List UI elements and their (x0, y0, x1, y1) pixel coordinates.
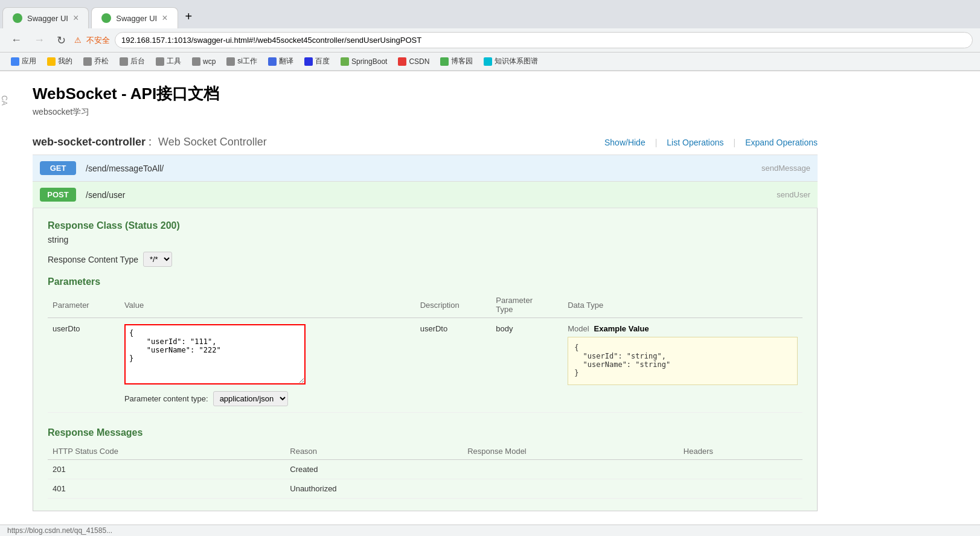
bookmark-tools[interactable]: 工具 (152, 55, 185, 68)
address-input[interactable] (115, 32, 973, 48)
separator-1: | (655, 138, 658, 147)
get-operation-row[interactable]: GET /send/messageToAll/ sendMessage (33, 155, 818, 182)
security-warning-text: 不安全 (86, 35, 110, 46)
api-section: web-socket-controller : Web Socket Contr… (33, 130, 818, 511)
model-401 (463, 479, 679, 499)
model-201 (463, 460, 679, 479)
browser-chrome: Swagger UI × Swagger UI × + ← → ↻ ⚠ 不安全 … (0, 0, 980, 71)
bookmark-cnblogs[interactable]: 博客园 (437, 55, 476, 68)
response-content-type-select[interactable]: */* (143, 252, 172, 267)
bookmark-knowledge-icon (484, 57, 492, 66)
bookmark-apps-icon (11, 57, 19, 66)
col-headers: Headers (679, 443, 802, 460)
param-type-cell: body (491, 318, 563, 413)
response-content-type-row: Response Content Type */* (48, 252, 802, 267)
model-tab[interactable]: Model (568, 324, 589, 333)
tab-bar: Swagger UI × Swagger UI × + (0, 0, 980, 28)
bookmark-translate[interactable]: 翻译 (264, 55, 297, 68)
bookmark-springboot-icon (341, 57, 349, 66)
params-table-header-row: Parameter Value Description ParameterTyp… (48, 292, 802, 318)
param-description: userDto (420, 324, 448, 333)
col-value: Value (120, 292, 415, 318)
param-value-textarea[interactable]: { "userId": "111", "userName": "222" } (124, 324, 306, 384)
example-value-tab[interactable]: Example Value (594, 324, 649, 333)
col-param-type: ParameterType (491, 292, 563, 318)
col-data-type: Data Type (563, 292, 802, 318)
back-button[interactable]: ← (7, 33, 25, 48)
param-name-cell: userDto (48, 318, 120, 413)
bookmark-baidu-label: 百度 (315, 56, 330, 66)
col-description: Description (415, 292, 492, 318)
bookmark-backend-label: 后台 (130, 56, 145, 66)
bookmark-siwork-icon (226, 57, 235, 66)
tab-2-label: Swagger UI (116, 14, 157, 23)
forward-button[interactable]: → (30, 33, 48, 48)
tab-2[interactable]: Swagger UI × (91, 7, 178, 28)
tab-1[interactable]: Swagger UI × (2, 7, 89, 28)
bookmark-qiaosong[interactable]: 乔松 (80, 55, 112, 68)
get-operation-path: /send/messageToAll/ (86, 164, 761, 173)
tab-2-close[interactable]: × (162, 13, 167, 24)
headers-201 (679, 460, 802, 479)
bookmark-knowledge[interactable]: 知识体系图谱 (480, 55, 542, 68)
api-section-header: web-socket-controller : Web Socket Contr… (33, 130, 818, 155)
bookmark-wcp[interactable]: wcp (188, 56, 219, 67)
api-controller-description: Web Socket Controller (158, 136, 267, 148)
response-class-value: string (48, 235, 802, 244)
example-value-box: { "userId": "string", "userName": "strin… (568, 337, 798, 385)
bookmark-cnblogs-icon (440, 57, 449, 66)
bookmark-tools-label: 工具 (167, 56, 181, 66)
param-type: body (496, 324, 513, 333)
parameters-table: Parameter Value Description ParameterTyp… (48, 292, 802, 413)
bookmark-mine[interactable]: 我的 (43, 55, 76, 68)
bookmark-translate-icon (268, 57, 277, 66)
response-class-title: Response Class (Status 200) (48, 220, 802, 231)
param-content-type-row: Parameter content type: application/json (124, 391, 411, 406)
col-http-status: HTTP Status Code (48, 443, 285, 460)
list-operations-link[interactable]: List Operations (667, 138, 723, 147)
tab-1-close[interactable]: × (73, 13, 78, 24)
response-messages-title: Response Messages (48, 427, 802, 438)
reason-unauthorized: Unauthorized (285, 479, 463, 499)
status-code-401: 401 (48, 479, 285, 499)
bookmark-csdn[interactable]: CSDN (394, 56, 433, 67)
col-parameter: Parameter (48, 292, 120, 318)
security-warning-icon: ⚠ (74, 36, 82, 45)
bookmark-apps[interactable]: 应用 (7, 55, 40, 68)
param-content-type-select[interactable]: application/json (213, 391, 288, 406)
response-messages-header-row: HTTP Status Code Reason Response Model H… (48, 443, 802, 460)
separator-2: | (734, 138, 736, 147)
col-response-model: Response Model (463, 443, 679, 460)
example-value-content: { "userId": "string", "userName": "strin… (574, 343, 791, 377)
api-actions: Show/Hide | List Operations | Expand Ope… (604, 138, 818, 147)
bookmark-tools-icon (156, 57, 164, 66)
model-tabs: Model Example Value (568, 324, 798, 333)
expand-operations-link[interactable]: Expand Operations (745, 138, 818, 147)
post-method-badge: POST (40, 188, 76, 202)
col-reason: Reason (285, 443, 463, 460)
tab-2-icon (101, 13, 111, 23)
param-description-cell: userDto (415, 318, 492, 413)
bookmark-baidu[interactable]: 百度 (301, 55, 333, 68)
post-operation-row[interactable]: POST /send/user sendUser (33, 182, 818, 208)
bookmark-wcp-icon (192, 57, 200, 66)
bookmark-csdn-icon (398, 57, 406, 66)
address-bar: ← → ↻ ⚠ 不安全 (0, 28, 980, 53)
param-value-cell: { "userId": "111", "userName": "222" } P… (120, 318, 415, 413)
bookmark-knowledge-label: 知识体系图谱 (495, 56, 538, 66)
get-method-badge: GET (40, 161, 76, 175)
bookmark-springboot-label: SpringBoot (351, 57, 387, 66)
api-title: web-socket-controller : Web Socket Contr… (33, 136, 267, 148)
table-row: userDto { "userId": "111", "userName": "… (48, 318, 802, 413)
bookmark-siwork[interactable]: si工作 (223, 55, 261, 68)
reload-button[interactable]: ↻ (53, 33, 69, 48)
bookmark-springboot[interactable]: SpringBoot (337, 56, 391, 67)
bookmark-translate-label: 翻译 (279, 56, 293, 66)
sidebar-ca-label: CA (0, 95, 8, 106)
table-row: 201 Created (48, 460, 802, 479)
new-tab-button[interactable]: + (178, 5, 200, 28)
show-hide-link[interactable]: Show/Hide (604, 138, 645, 147)
sidebar-ca: CA (0, 71, 8, 523)
bookmark-backend[interactable]: 后台 (116, 55, 149, 68)
bookmark-qiaosong-icon (83, 57, 92, 66)
